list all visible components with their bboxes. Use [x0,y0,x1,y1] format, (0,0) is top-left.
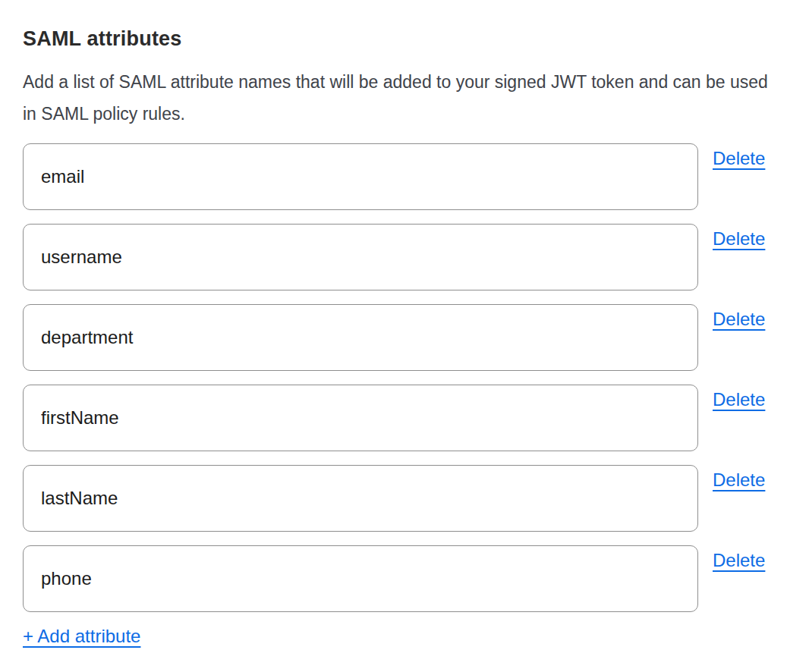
attribute-row: Delete [23,304,786,371]
delete-cell: Delete [713,545,765,571]
delete-cell: Delete [713,385,765,410]
delete-cell: Delete [713,465,765,491]
delete-link[interactable]: Delete [713,148,765,168]
attribute-row: Delete [23,465,786,532]
attribute-row: Delete [23,224,786,290]
section-description: Add a list of SAML attribute names that … [23,66,778,130]
attribute-row: Delete [23,143,786,210]
attribute-input[interactable] [23,385,698,451]
saml-attributes-section: SAML attributes Add a list of SAML attri… [0,0,809,672]
attribute-row: Delete [23,545,786,612]
delete-cell: Delete [713,143,765,169]
add-attribute-row: + Add attribute [23,626,786,647]
delete-link[interactable]: Delete [713,469,765,490]
attribute-row: Delete [23,385,786,451]
add-attribute-link[interactable]: + Add attribute [23,626,140,646]
attribute-input[interactable] [23,143,698,210]
delete-link[interactable]: Delete [713,228,765,249]
attribute-input[interactable] [23,465,698,532]
attribute-input[interactable] [23,545,698,612]
page-title: SAML attributes [23,27,786,51]
attribute-list: Delete Delete Delete Delete Delete [23,143,786,612]
delete-link[interactable]: Delete [713,389,765,410]
delete-link[interactable]: Delete [713,309,765,329]
delete-cell: Delete [713,304,765,330]
delete-cell: Delete [713,224,765,250]
attribute-input[interactable] [23,224,698,290]
delete-link[interactable]: Delete [713,550,765,570]
attribute-input[interactable] [23,304,698,371]
